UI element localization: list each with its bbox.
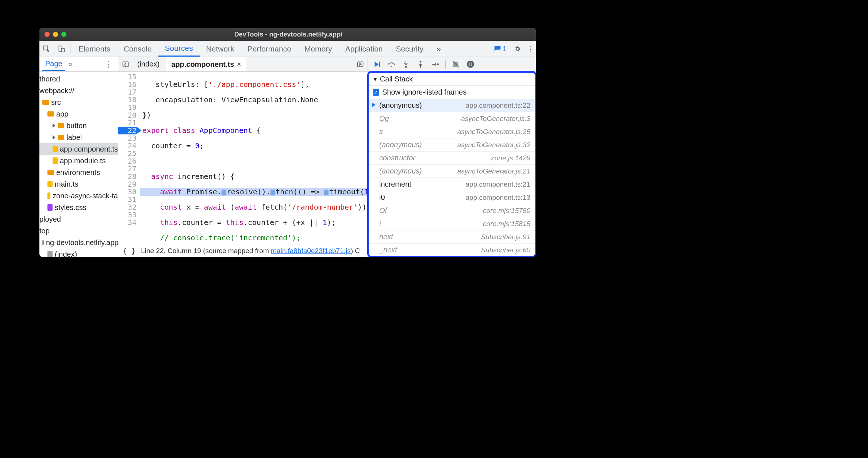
window-titlebar: DevTools - ng-devtools.netlify.app/ xyxy=(39,28,536,41)
settings-gear-icon[interactable] xyxy=(510,41,525,57)
call-stack-frames: (anonymous)app.component.ts:22 QgasyncTo… xyxy=(369,99,535,256)
tree-node[interactable]: label xyxy=(39,131,118,143)
step-out-icon[interactable] xyxy=(416,60,425,69)
minimize-window-button[interactable] xyxy=(53,32,58,37)
code-body: styleUrls: ['./app.component.css'], enca… xyxy=(140,72,368,244)
file-icon xyxy=(47,204,53,211)
issues-button[interactable]: 1 xyxy=(490,41,510,57)
tree-node[interactable]: thored xyxy=(39,73,118,85)
folder-icon xyxy=(47,111,54,117)
file-icon xyxy=(47,192,50,199)
svg-point-8 xyxy=(437,63,439,65)
tree-node[interactable]: webpack:// xyxy=(39,85,118,96)
tree-node[interactable]: app.module.ts xyxy=(39,155,118,167)
close-tab-icon[interactable]: × xyxy=(237,61,241,68)
tree-node-selected[interactable]: app.component.ts xyxy=(39,143,118,155)
editor-statusbar: { } Line 22, Column 19 (source mapped fr… xyxy=(118,244,368,257)
navigator-more-icon[interactable]: ⋮ xyxy=(103,60,115,69)
call-stack-section: ▼ Call Stack ✓ Show ignore-listed frames… xyxy=(367,71,536,257)
resume-icon[interactable] xyxy=(372,60,381,69)
editor-tab[interactable]: (index) xyxy=(132,57,165,71)
stack-frame[interactable]: constructorzone.js:1429 xyxy=(369,152,535,165)
file-icon xyxy=(47,251,53,257)
stack-frame[interactable]: (anonymous)asyncToGenerator.js:32 xyxy=(369,138,535,152)
tabs-overflow-icon[interactable]: » xyxy=(430,41,448,57)
cloud-icon xyxy=(42,240,44,245)
file-icon xyxy=(47,181,53,187)
navigator-tab-page[interactable]: Page xyxy=(42,57,65,71)
chevron-down-icon: ▼ xyxy=(373,76,378,82)
editor-tabstrip: (index) app.component.ts × xyxy=(118,57,368,72)
editor-tab-active[interactable]: app.component.ts × xyxy=(166,57,246,71)
debugger-panel: ▼ Call Stack ✓ Show ignore-listed frames… xyxy=(368,57,536,257)
pretty-print-icon[interactable]: { } xyxy=(123,247,136,255)
deactivate-breakpoints-icon[interactable] xyxy=(452,60,460,69)
sourcemap-link[interactable]: main.fa8bfa0e23f1eb71.js xyxy=(271,247,351,255)
show-ignored-checkbox-row[interactable]: ✓ Show ignore-listed frames xyxy=(369,86,535,99)
device-toolbar-icon[interactable] xyxy=(54,41,69,57)
editor-panel: (index) app.component.ts × 15 16 17 xyxy=(118,57,368,257)
window-title: DevTools - ng-devtools.netlify.app/ xyxy=(66,31,510,38)
stack-frame[interactable]: (anonymous)asyncToGenerator.js:21 xyxy=(369,165,535,178)
close-window-button[interactable] xyxy=(45,32,50,37)
tab-application[interactable]: Application xyxy=(339,41,389,57)
stack-frame[interactable]: Ofcore.mjs:15780 xyxy=(369,204,535,217)
step-into-icon[interactable] xyxy=(402,60,410,69)
expand-icon xyxy=(53,135,55,140)
debugger-toolbar xyxy=(368,57,536,72)
file-icon xyxy=(53,157,58,164)
devtools-tabstrip: Elements Console Sources Network Perform… xyxy=(39,41,536,57)
run-snippet-icon[interactable] xyxy=(355,61,365,68)
tab-sources[interactable]: Sources xyxy=(158,41,200,57)
navigator-tabstrip: Page » ⋮ xyxy=(39,57,118,72)
stack-frame[interactable]: QgasyncToGenerator.js:3 xyxy=(369,112,535,125)
tab-security[interactable]: Security xyxy=(389,41,430,57)
tree-node[interactable]: styles.css xyxy=(39,202,118,213)
tab-performance[interactable]: Performance xyxy=(241,41,298,57)
tree-node[interactable]: ng-devtools.netlify.app xyxy=(39,237,118,248)
svg-point-5 xyxy=(391,66,392,67)
tree-node[interactable]: top xyxy=(39,225,118,237)
tab-elements[interactable]: Elements xyxy=(72,41,117,57)
tree-node[interactable]: ployed xyxy=(39,213,118,225)
step-over-icon[interactable] xyxy=(387,60,396,69)
stack-frame[interactable]: nextSubscriber.js:91 xyxy=(369,230,535,244)
stack-frame[interactable]: sasyncToGenerator.js:25 xyxy=(369,125,535,138)
checkbox-checked-icon[interactable]: ✓ xyxy=(373,89,379,96)
stack-frame[interactable]: incrementapp.component.ts:21 xyxy=(369,178,535,191)
cursor-position: Line 22, Column 19 (source mapped from m… xyxy=(141,247,360,255)
zoom-window-button[interactable] xyxy=(61,32,66,37)
inspect-element-icon[interactable] xyxy=(39,41,54,57)
nav-back-icon[interactable] xyxy=(120,61,131,68)
tab-memory[interactable]: Memory xyxy=(298,41,339,57)
stack-frame[interactable]: i0app.component.ts:13 xyxy=(369,191,535,204)
call-stack-header[interactable]: ▼ Call Stack xyxy=(369,73,535,86)
svg-point-7 xyxy=(420,61,422,62)
svg-rect-1 xyxy=(61,48,64,52)
step-icon[interactable] xyxy=(431,60,439,69)
more-menu-icon[interactable]: ⋮ xyxy=(525,41,536,57)
stack-frame[interactable]: icore.mjs:15815 xyxy=(369,217,535,230)
tree-node[interactable]: zone-async-stack-ta xyxy=(39,190,118,202)
code-editor[interactable]: 15 16 17 18 19 20 21 22 23 24 25 26 27 2… xyxy=(118,72,368,244)
tree-node[interactable]: app xyxy=(39,108,118,120)
tab-console[interactable]: Console xyxy=(117,41,158,57)
file-icon xyxy=(53,146,58,152)
breakpoint-marker[interactable]: 22 xyxy=(118,127,137,134)
tree-node[interactable]: environments xyxy=(39,167,118,178)
tree-node[interactable]: button xyxy=(39,120,118,131)
pause-exceptions-icon[interactable] xyxy=(466,60,475,69)
navigator-panel: Page » ⋮ thored webpack:// src app butto… xyxy=(39,57,118,257)
folder-icon xyxy=(58,123,64,128)
tree-node[interactable]: main.ts xyxy=(39,178,118,190)
tree-node[interactable]: src xyxy=(39,96,118,108)
folder-icon xyxy=(58,135,64,140)
navigator-tabs-overflow-icon[interactable]: » xyxy=(68,60,73,69)
tab-network[interactable]: Network xyxy=(200,41,241,57)
stack-frame-current[interactable]: (anonymous)app.component.ts:22 xyxy=(369,99,535,112)
tree-node[interactable]: (index) xyxy=(39,248,118,257)
stack-frame[interactable]: _nextSubscriber.js:60 xyxy=(369,244,535,256)
svg-rect-9 xyxy=(469,62,470,66)
file-tree: thored webpack:// src app button label a… xyxy=(39,72,118,257)
folder-icon xyxy=(42,100,49,105)
